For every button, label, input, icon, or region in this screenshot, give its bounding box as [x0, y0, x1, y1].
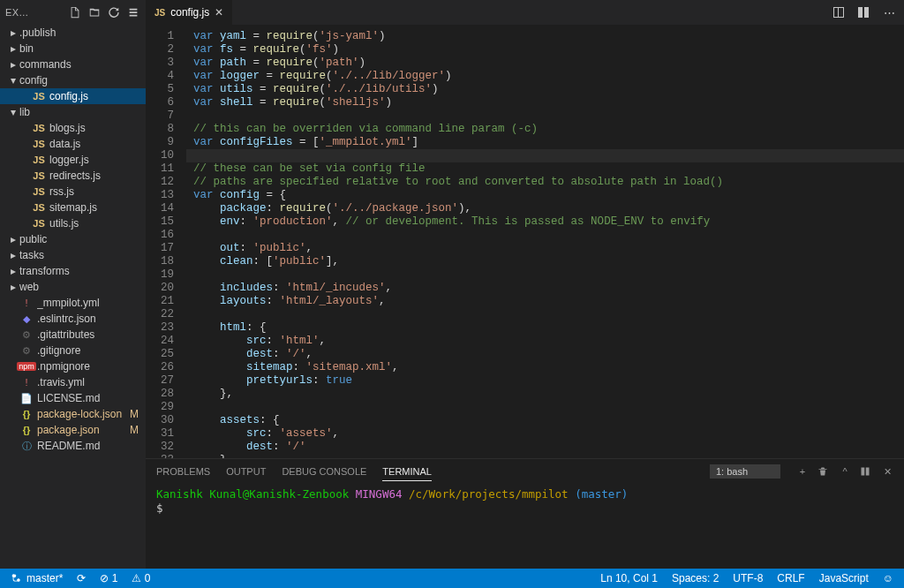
code-line-26[interactable]: sitemap: 'sitemap.xml', — [186, 361, 904, 374]
file-_mmpilot.yml[interactable]: !_mmpilot.yml — [0, 295, 146, 311]
file-data.js[interactable]: JSdata.js — [0, 136, 146, 152]
status-spaces[interactable]: Spaces: 2 — [668, 572, 722, 584]
folder-tasks[interactable]: ▸tasks — [0, 247, 146, 263]
more-icon[interactable]: ⋯ — [881, 6, 897, 19]
file-config.js[interactable]: JSconfig.js — [0, 88, 146, 104]
code-line-21[interactable]: layouts: 'html/_layouts', — [186, 295, 904, 308]
code-line-10[interactable] — [186, 149, 904, 162]
code-line-19[interactable] — [186, 268, 904, 282]
js-icon: JS — [154, 8, 165, 18]
panel-tab-output[interactable]: OUTPUT — [226, 463, 266, 480]
file-README.md[interactable]: ⓘREADME.md — [0, 438, 146, 454]
folder-web[interactable]: ▸web — [0, 279, 146, 295]
editor-area: JS config.js ✕ ⋯ 12345678910111213141516… — [146, 0, 904, 569]
file-package.json[interactable]: {}package.jsonM — [0, 422, 146, 438]
code-line-25[interactable]: dest: '/', — [186, 348, 904, 361]
code-line-32[interactable]: dest: '/' — [186, 441, 904, 454]
file-redirects.js[interactable]: JSredirects.js — [0, 168, 146, 184]
split-editor-icon[interactable] — [856, 5, 872, 19]
code-line-1[interactable]: var yaml = require('js-yaml') — [186, 30, 904, 43]
folder-public[interactable]: ▸public — [0, 231, 146, 247]
status-encoding[interactable]: UTF-8 — [729, 572, 766, 584]
folder-lib[interactable]: ▾lib — [0, 104, 146, 120]
close-panel-icon[interactable]: ✕ — [881, 466, 893, 478]
code-line-7[interactable] — [186, 109, 904, 123]
status-eol[interactable]: CRLF — [773, 572, 808, 584]
code-line-2[interactable]: var fs = require('fs') — [186, 43, 904, 57]
file-utils.js[interactable]: JSutils.js — [0, 215, 146, 231]
panel-tab-terminal[interactable]: TERMINAL — [382, 463, 432, 481]
code-line-14[interactable]: package: require('./../package.json'), — [186, 202, 904, 215]
file-LICENSE.md[interactable]: 📄LICENSE.md — [0, 390, 146, 406]
code-line-31[interactable]: src: 'assets', — [186, 427, 904, 441]
code-line-16[interactable] — [186, 229, 904, 242]
refresh-icon[interactable] — [107, 5, 121, 19]
code-line-8[interactable]: // this can be overriden via command lin… — [186, 123, 904, 136]
code-line-23[interactable]: html: { — [186, 321, 904, 335]
folder-bin[interactable]: ▸bin — [0, 41, 146, 57]
new-folder-icon[interactable] — [87, 5, 102, 19]
code-line-6[interactable]: var shell = require('shelljs') — [186, 96, 904, 109]
code-line-17[interactable]: out: 'public', — [186, 242, 904, 255]
code-line-3[interactable]: var path = require('path') — [186, 57, 904, 70]
code-content[interactable]: var yaml = require('js-yaml')var fs = re… — [186, 25, 904, 458]
code-line-4[interactable]: var logger = require('./../lib/logger') — [186, 70, 904, 83]
close-icon[interactable]: ✕ — [215, 6, 223, 19]
folder-transforms[interactable]: ▸transforms — [0, 263, 146, 279]
status-language[interactable]: JavaScript — [816, 572, 872, 584]
folder-.publish[interactable]: ▸.publish — [0, 25, 146, 41]
code-line-24[interactable]: src: 'html', — [186, 335, 904, 348]
code-line-13[interactable]: var config = { — [186, 189, 904, 202]
folder-commands[interactable]: ▸commands — [0, 57, 146, 72]
file-.npmignore[interactable]: npm.npmignore — [0, 358, 146, 374]
terminal-body[interactable]: Kanishk Kunal@Kanishk-Zenbook MINGW64 /c… — [146, 484, 904, 569]
code-line-29[interactable] — [186, 401, 904, 414]
file-blogs.js[interactable]: JSblogs.js — [0, 120, 146, 136]
code-editor[interactable]: 1234567891011121314151617181920212223242… — [146, 25, 904, 458]
code-line-20[interactable]: includes: 'html/_incudes', — [186, 282, 904, 295]
code-line-30[interactable]: assets: { — [186, 414, 904, 427]
terminal-path: /c/Work/projects/mmpilot — [409, 487, 569, 501]
code-line-33[interactable]: }, — [186, 454, 904, 458]
terminal-env: MINGW64 — [356, 487, 403, 501]
file-rss.js[interactable]: JSrss.js — [0, 184, 146, 200]
kill-terminal-icon[interactable] — [817, 466, 830, 477]
code-line-12[interactable]: // paths are specified relative to root … — [186, 176, 904, 189]
explorer-sidebar: EX… ▸.publish▸bin▸commands▾configJSconfi… — [0, 0, 146, 569]
panel-tab-problems[interactable]: PROBLEMS — [156, 463, 210, 480]
terminal-select[interactable]: 1: bash — [710, 464, 780, 479]
explorer-header: EX… — [0, 0, 146, 25]
tab-label: config.js — [170, 6, 209, 19]
code-line-18[interactable]: clean: ['public'], — [186, 255, 904, 268]
code-line-28[interactable]: }, — [186, 388, 904, 401]
panel-tabs: PROBLEMSOUTPUTDEBUG CONSOLETERMINAL 1: b… — [146, 459, 904, 484]
panel-tab-debug-console[interactable]: DEBUG CONSOLE — [282, 463, 366, 480]
new-terminal-icon[interactable]: + — [796, 466, 809, 477]
status-errors[interactable]: ⊘ 1 — [96, 572, 121, 584]
file-.gitattributes[interactable]: ⚙.gitattributes — [0, 327, 146, 343]
new-file-icon[interactable] — [68, 5, 82, 19]
file-.travis.yml[interactable]: !.travis.yml — [0, 374, 146, 390]
collapse-icon[interactable] — [126, 5, 140, 19]
status-feedback-icon[interactable]: ☺ — [879, 572, 897, 584]
code-line-15[interactable]: env: 'production', // or development. Th… — [186, 215, 904, 229]
code-line-27[interactable]: prettyurls: true — [186, 374, 904, 388]
split-terminal-icon[interactable] — [860, 466, 872, 477]
split-right-icon[interactable] — [832, 5, 848, 19]
file-package-lock.json[interactable]: {}package-lock.jsonM — [0, 406, 146, 422]
status-warnings[interactable]: ⚠ 0 — [128, 572, 154, 584]
file-logger.js[interactable]: JSlogger.js — [0, 152, 146, 168]
code-line-9[interactable]: var configFiles = ['_mmpilot.yml'] — [186, 136, 904, 149]
code-line-5[interactable]: var utils = require('./../lib/utils') — [186, 83, 904, 96]
status-branch[interactable]: master* — [7, 572, 66, 584]
folder-config[interactable]: ▾config — [0, 72, 146, 88]
status-sync[interactable]: ⟳ — [73, 572, 89, 584]
file-sitemap.js[interactable]: JSsitemap.js — [0, 200, 146, 215]
tab-config-js[interactable]: JS config.js ✕ — [146, 0, 233, 25]
file-.gitignore[interactable]: ⚙.gitignore — [0, 343, 146, 358]
code-line-22[interactable] — [186, 308, 904, 321]
file-.eslintrc.json[interactable]: ◆.eslintrc.json — [0, 311, 146, 327]
code-line-11[interactable]: // these can be set via config file — [186, 162, 904, 176]
maximize-panel-icon[interactable]: ^ — [839, 466, 851, 477]
status-position[interactable]: Ln 10, Col 1 — [597, 572, 661, 584]
